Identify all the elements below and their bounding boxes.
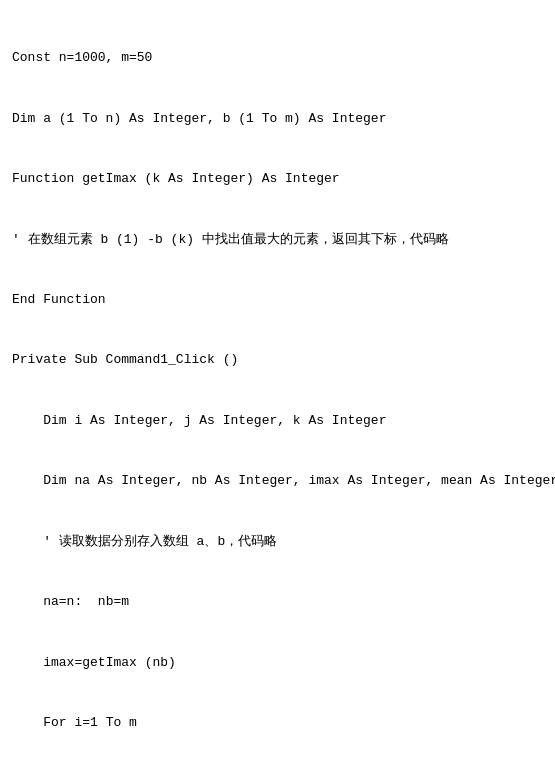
line5: End Function: [12, 290, 543, 310]
line2: Dim a (1 To n) As Integer, b (1 To m) As…: [12, 109, 543, 129]
line3: Function getImax (k As Integer) As Integ…: [12, 169, 543, 189]
line12: For i=1 To m: [12, 713, 543, 733]
line7: Dim i As Integer, j As Integer, k As Int…: [12, 411, 543, 431]
line9: ' 读取数据分别存入数组 a、b，代码略: [12, 532, 543, 552]
line1: Const n=1000, m=50: [12, 48, 543, 68]
line10: na=n: nb=m: [12, 592, 543, 612]
code-block: Const n=1000, m=50 Dim a (1 To n) As Int…: [0, 0, 555, 761]
line11: imax=getImax (nb): [12, 653, 543, 673]
line8: Dim na As Integer, nb As Integer, imax A…: [12, 471, 543, 491]
line4: ' 在数组元素 b (1) -b (k) 中找出值最大的元素，返回其下标，代码略: [12, 230, 543, 250]
line6: Private Sub Command1_Click (): [12, 350, 543, 370]
